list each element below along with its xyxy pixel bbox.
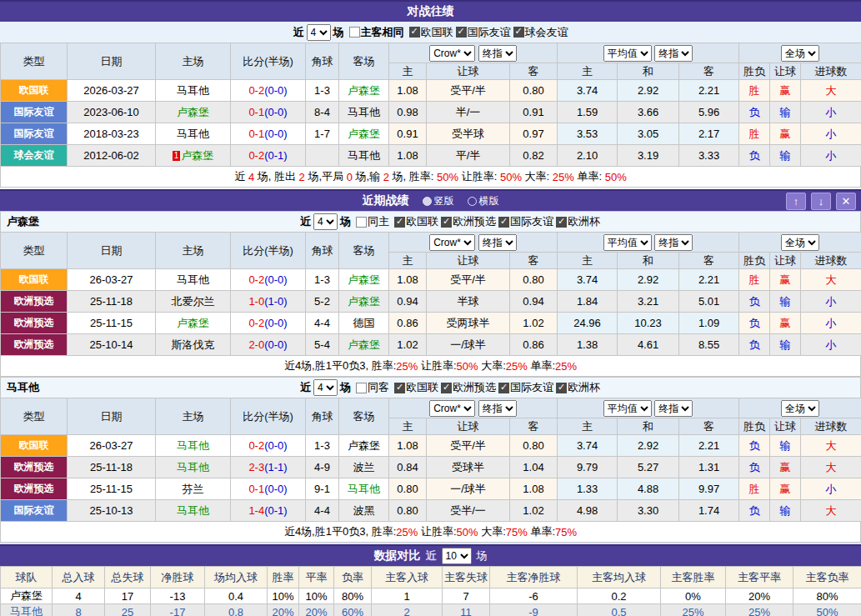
move-down-button[interactable]: ↓: [811, 193, 831, 210]
col-result-handicap: 让球: [770, 253, 801, 269]
near-count-select[interactable]: 4: [313, 379, 338, 396]
match-score: 0-2(0-1): [231, 145, 306, 167]
league-filter-checkbox[interactable]: 国际友谊: [456, 25, 511, 40]
col-result-outcome: 胜负: [739, 418, 770, 435]
match-row: 国际友谊 2018-03-23 马耳他 0-1(0-0) 1-7 卢森堡 0.9…: [1, 123, 861, 145]
match-row: 国际友谊 2023-06-10 卢森堡 0-1(0-0) 8-4 马耳他 0.9…: [1, 102, 861, 123]
checkbox-icon[interactable]: [513, 27, 524, 38]
avg-draw-odds: 3.66: [618, 102, 679, 123]
avg-source-select[interactable]: 平均值: [603, 45, 652, 62]
result-outcome: 负: [739, 435, 770, 457]
radio-icon[interactable]: [468, 197, 477, 206]
avg-draw-odds: 2.92: [618, 269, 679, 291]
close-button[interactable]: ✕: [836, 193, 856, 210]
stat-value: 20%: [268, 604, 299, 616]
checkbox-icon[interactable]: [498, 217, 509, 228]
avg-away-odds: 8.55: [679, 334, 739, 356]
team-name: 马耳他: [1, 604, 53, 616]
match-date: 25-11-18: [68, 457, 156, 478]
league-filter-checkbox[interactable]: 欧洲杯: [556, 380, 600, 395]
result-handicap: 赢: [770, 123, 801, 145]
match-date: 2023-06-10: [68, 102, 156, 123]
league-filter-checkbox[interactable]: 欧洲预选: [441, 380, 496, 395]
league-filter-checkbox[interactable]: 国际友谊: [498, 214, 553, 229]
odds-provider-select[interactable]: Crow*: [429, 234, 475, 251]
odds-provider-select[interactable]: Crow*: [429, 45, 475, 62]
avg-source-select[interactable]: 平均值: [603, 234, 652, 251]
checkbox-icon[interactable]: [556, 217, 567, 228]
games-label: 场: [340, 214, 351, 229]
col-away: 客场: [339, 233, 389, 269]
odds-away: 0.80: [510, 435, 558, 457]
league-filter-checkbox[interactable]: 国际友谊: [498, 380, 553, 395]
checkbox-icon[interactable]: [441, 383, 452, 393]
league-filter-checkbox[interactable]: 欧国联: [409, 25, 453, 40]
result-handicap: 赢: [770, 478, 801, 500]
result-scope-group: 全场: [739, 233, 861, 253]
league-filter-checkbox[interactable]: 欧洲杯: [556, 214, 600, 229]
odds-home: 0.98: [389, 102, 427, 123]
radio-selected-icon[interactable]: [423, 197, 432, 206]
summary-text: 单率:: [528, 524, 555, 539]
move-up-button[interactable]: ↑: [786, 193, 806, 210]
team-name: 卢森堡: [177, 106, 209, 118]
avg-draw-odds: 4.88: [618, 478, 679, 500]
layout-radio-horizontal[interactable]: 横版: [468, 194, 499, 208]
league-filter-checkbox[interactable]: 欧国联: [394, 214, 438, 229]
checkbox-icon[interactable]: [498, 383, 509, 393]
result-outcome: 胜: [739, 123, 770, 145]
col-type: 类型: [1, 233, 68, 269]
scope-select[interactable]: 全场: [781, 234, 819, 251]
league-filter-checkbox[interactable]: 欧洲预选: [441, 214, 496, 229]
league-badge: 欧洲预选: [1, 313, 68, 334]
rank-badge: 1: [173, 151, 181, 161]
odds-away: 0.94: [510, 291, 558, 313]
section-title: 近期战绩: [363, 193, 409, 208]
same-away-checkbox[interactable]: 同客: [356, 380, 389, 395]
checkbox-icon[interactable]: [441, 217, 452, 228]
avg-stage-select[interactable]: 终指: [654, 400, 693, 417]
odds-stage-select[interactable]: 终指: [478, 45, 517, 62]
checkbox-icon[interactable]: [409, 27, 420, 38]
same-venue-checkbox[interactable]: 主客相同: [349, 25, 404, 40]
summary-text: 大率:: [478, 358, 506, 373]
odds-stage-select[interactable]: 终指: [478, 234, 517, 251]
avg-stage-select[interactable]: 终指: [654, 234, 693, 251]
checkbox-icon[interactable]: [349, 27, 360, 38]
summary-text: 大率:: [478, 524, 506, 539]
near-count-select[interactable]: 4: [313, 213, 338, 230]
checkbox-icon[interactable]: [556, 383, 567, 393]
avg-draw-odds: 10.23: [618, 313, 679, 334]
summary-text: 2: [383, 171, 389, 183]
result-handicap: 输: [770, 145, 801, 167]
corner-score: 1-3: [306, 269, 339, 291]
luxembourg-recent-table: 类型 日期 主场 比分(半场) 角球 客场 Crow* 终指 平均值 终指: [0, 232, 861, 356]
col-avg-draw: 和: [618, 253, 679, 269]
avg-away-odds: 5.96: [679, 102, 739, 123]
checkbox-icon[interactable]: [394, 383, 405, 393]
result-outcome: 负: [739, 334, 770, 356]
league-filter-checkbox[interactable]: 欧国联: [394, 380, 438, 395]
scope-select[interactable]: 全场: [781, 45, 819, 62]
checkbox-icon[interactable]: [456, 27, 467, 38]
checkbox-icon[interactable]: [356, 217, 367, 228]
checkbox-label: 欧国联: [406, 214, 438, 229]
checkbox-label: 球会友谊: [525, 25, 568, 40]
odds-home: 0.86: [389, 313, 427, 334]
compare-col-header: 主客胜率: [661, 567, 726, 588]
match-score: 0-2(0-0): [231, 80, 306, 102]
near-count-select[interactable]: 4: [307, 24, 331, 41]
layout-radio-vertical[interactable]: 竖版: [423, 194, 454, 208]
odds-provider-select[interactable]: Crow*: [429, 400, 475, 417]
checkbox-icon[interactable]: [356, 383, 367, 393]
league-filter-checkbox[interactable]: 球会友谊: [513, 25, 568, 40]
near-count-select[interactable]: 10: [442, 548, 472, 564]
scope-select[interactable]: 全场: [781, 400, 819, 417]
checkbox-icon[interactable]: [394, 217, 405, 228]
odds-stage-select[interactable]: 终指: [478, 400, 517, 417]
col-odds-away: 客: [510, 253, 558, 269]
avg-stage-select[interactable]: 终指: [654, 45, 693, 62]
same-home-checkbox[interactable]: 同主: [356, 214, 389, 229]
avg-source-select[interactable]: 平均值: [603, 400, 652, 417]
summary-text: 让胜率:: [418, 358, 456, 373]
